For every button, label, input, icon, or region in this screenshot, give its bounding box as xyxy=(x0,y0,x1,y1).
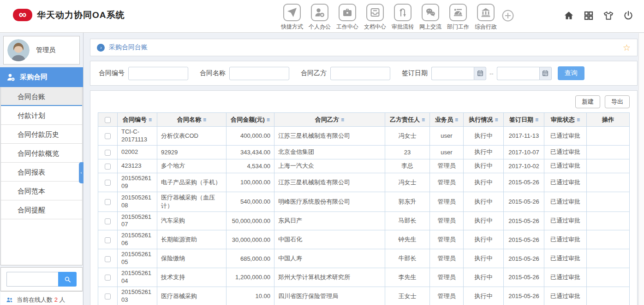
nav-item-approval-flow[interactable]: 审批流转 xyxy=(389,4,417,31)
calendar-icon[interactable] xyxy=(474,67,486,80)
row-checkbox[interactable] xyxy=(105,199,111,205)
scrollbar-track[interactable] xyxy=(638,33,644,305)
app-title: 华天动力协同OA系统 xyxy=(37,9,125,21)
cell: 执行中 xyxy=(464,287,504,305)
column-header[interactable]: 合同名称≡ xyxy=(157,113,227,127)
cell: 已通过审批 xyxy=(544,173,587,192)
row-checkbox[interactable] xyxy=(105,275,111,281)
column-header[interactable]: 合同编号≡ xyxy=(118,113,157,127)
sidebar-section-purchase-contract[interactable]: 采购合同 xyxy=(0,67,83,87)
nav-item-label: 快捷方式 xyxy=(281,23,303,31)
table-row: 423123多个地方4,534.00上海一汽大众李总管理员执行中2017-10-… xyxy=(98,159,630,173)
nav-item-online-chat[interactable]: 网上交流 xyxy=(417,4,444,31)
column-header[interactable]: 合同乙方≡ xyxy=(274,113,385,127)
sidebar-item-contract-ledger[interactable]: 合同台账 xyxy=(1,87,82,106)
cell: 2017-10-07 xyxy=(504,145,544,159)
sidebar-item-payment-plan[interactable]: 付款计划 xyxy=(1,106,82,125)
cell: 冯女士 xyxy=(385,173,430,192)
avatar[interactable] xyxy=(7,39,30,61)
row-checkbox[interactable] xyxy=(105,180,111,186)
calendar-icon[interactable] xyxy=(539,67,552,80)
favorite-star-icon[interactable]: ☆ xyxy=(623,43,631,52)
cell: 2015-05-26 xyxy=(504,173,544,192)
column-header-label: 合同金额(元) xyxy=(231,116,265,123)
row-checkbox[interactable] xyxy=(105,256,111,262)
column-header[interactable]: 执行情况≡ xyxy=(464,113,504,127)
contracts-table: 合同编号≡合同名称≡合同金额(元)≡合同乙方≡乙方责任人≡业务员≡执行情况≡签订… xyxy=(98,112,630,305)
row-select-cell xyxy=(98,211,118,230)
cell: 423123 xyxy=(118,159,157,173)
sidebar-item-contract-payment-history[interactable]: 合同付款历史 xyxy=(1,125,82,144)
cell: 执行中 xyxy=(464,173,504,192)
row-select-cell xyxy=(98,145,118,159)
query-button[interactable]: 查询 xyxy=(558,66,584,80)
sign-date-from-input[interactable] xyxy=(431,67,474,80)
row-checkbox[interactable] xyxy=(105,218,111,224)
table-panel: 新建 导出 合同编号≡合同名称≡合同金额(元)≡合同乙方≡乙方责任人≡业务员≡执… xyxy=(90,90,638,305)
grid-icon[interactable] xyxy=(583,10,594,21)
contract-party-input[interactable] xyxy=(330,67,390,80)
contract-no-label: 合同编号 xyxy=(99,69,125,77)
column-header: 操作 xyxy=(587,113,630,127)
shirt-icon[interactable] xyxy=(603,10,614,21)
column-header[interactable]: 审批状态≡ xyxy=(544,113,587,127)
cell: 技术支持 xyxy=(157,268,227,287)
cell: 医疗器械采购 xyxy=(157,287,227,305)
contract-no-input[interactable] xyxy=(128,67,188,80)
column-header[interactable]: 合同金额(元)≡ xyxy=(227,113,274,127)
nav-item-general-admin[interactable]: 综合行政 xyxy=(472,4,500,31)
select-all-header xyxy=(98,113,118,127)
nav-item-document-center[interactable]: 文档中心 xyxy=(361,4,389,31)
sidebar-item-contract-template[interactable]: 合同范本 xyxy=(1,182,82,200)
table-row: 0200292929343,434.00北京金信集团23user执行中2017-… xyxy=(98,145,630,159)
cell: 已通过审批 xyxy=(544,287,587,305)
column-header[interactable]: 签订日期≡ xyxy=(504,113,544,127)
sidebar-item-contract-report[interactable]: 合同报表 xyxy=(1,163,82,182)
sidebar-item-contract-reminder[interactable]: 合同提醒 xyxy=(1,200,82,219)
user-name: 管理员 xyxy=(36,46,55,54)
sidebar-search-input[interactable] xyxy=(6,272,58,287)
nav-item-quick-access[interactable]: 快捷方式 xyxy=(278,4,306,31)
nav-item-work-center[interactable]: 工作中心 xyxy=(334,4,361,31)
row-select-cell xyxy=(98,173,118,192)
select-all-checkbox[interactable] xyxy=(105,117,111,123)
column-header[interactable]: 乙方责任人≡ xyxy=(385,113,430,127)
cell: 50,000,000.00 xyxy=(227,211,274,230)
sidebar-item-contract-payment-overview[interactable]: 合同付款概览 xyxy=(1,144,82,163)
nav-item-department-work[interactable]: 部门工作 xyxy=(444,4,472,31)
nav-item-personal-office[interactable]: 个人办公 xyxy=(306,4,334,31)
cell: 执行中 xyxy=(464,268,504,287)
plus-circle-icon[interactable] xyxy=(501,9,515,23)
sign-date-to-input[interactable] xyxy=(497,67,539,80)
contract-name-input[interactable] xyxy=(229,67,289,80)
row-select-cell xyxy=(98,159,118,173)
cell xyxy=(587,127,630,146)
row-checkbox[interactable] xyxy=(105,133,111,139)
cell: 已通过审批 xyxy=(544,268,587,287)
row-checkbox[interactable] xyxy=(105,164,111,170)
table-row: 20150526109电子产品采购（手机）100,000.00江苏三星机械制造有… xyxy=(98,173,630,192)
row-checkbox[interactable] xyxy=(105,150,111,156)
row-checkbox[interactable] xyxy=(105,237,111,243)
user-panel: 管理员 xyxy=(3,36,80,65)
uturn-arrows-icon xyxy=(394,4,411,21)
cell: 保险缴纳 xyxy=(157,249,227,268)
new-button[interactable]: 新建 xyxy=(575,95,600,108)
cell xyxy=(587,159,630,173)
column-header[interactable]: 业务员≡ xyxy=(430,113,464,127)
cell: 02002 xyxy=(118,145,157,159)
cell: 执行中 xyxy=(464,249,504,268)
contract-party-label: 合同乙方 xyxy=(301,69,327,77)
export-button[interactable]: 导出 xyxy=(605,95,630,108)
sidebar-search-button[interactable] xyxy=(58,272,77,287)
cell: 管理员 xyxy=(430,249,464,268)
cell: 2015-05-26 xyxy=(504,192,544,211)
cell: 管理员 xyxy=(430,211,464,230)
sidebar-collapse-handle[interactable]: ‹ xyxy=(79,162,83,183)
filter-sign-date: 签订日期 -- xyxy=(402,67,552,80)
power-icon[interactable] xyxy=(623,10,634,21)
home-icon[interactable] xyxy=(563,10,574,21)
cell: 东风日产 xyxy=(274,211,385,230)
row-checkbox[interactable] xyxy=(105,293,111,299)
cell: 冯女士 xyxy=(385,127,430,146)
